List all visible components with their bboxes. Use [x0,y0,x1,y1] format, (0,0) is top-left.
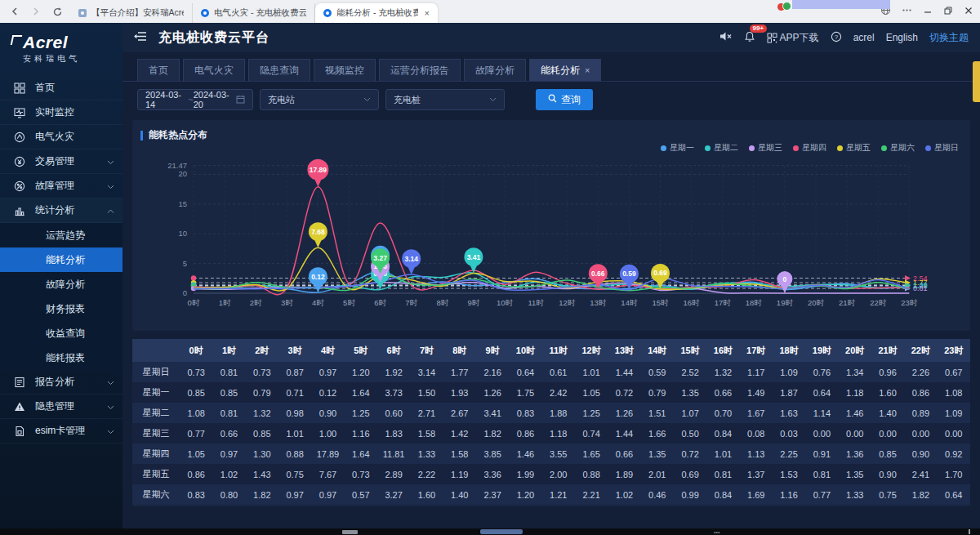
sidebar-item-8[interactable]: 故障分析 [0,272,122,296]
value-cell: 1.35 [674,382,706,403]
menu-collapse-icon[interactable] [134,30,147,45]
marker-星期五-4: 7.68 [309,222,327,247]
pile-select[interactable]: 充电桩 [385,89,505,110]
browser-tab-1[interactable]: 电气火灾 - 充电桩收费云平台 [193,3,315,23]
legend-item-5[interactable]: 星期六 [881,142,915,154]
value-cell: 1.02 [212,464,245,484]
page-tab-2[interactable]: 隐患查询 [248,59,310,81]
sidebar-item-5[interactable]: 统计分析 [0,198,122,223]
legend-item-2[interactable]: 星期三 [749,142,782,154]
value-cell: 0.72 [674,444,706,464]
legend-item-4[interactable]: 星期五 [837,142,871,154]
svg-text:0.81: 0.81 [913,284,928,292]
tab-favicon-icon [201,9,209,17]
page-tab-label: 视频监控 [325,64,364,78]
value-cell: 1.42 [443,423,476,444]
back-icon[interactable] [7,3,23,20]
chevron-down-icon [489,96,497,104]
value-cell: 0.77 [805,484,838,505]
sidebar-item-10[interactable]: 收益查询 [0,321,122,346]
browser-menu-icon[interactable] [902,4,912,19]
page-tab-5[interactable]: 故障分析 [464,59,526,81]
svg-text:10时: 10时 [497,298,514,307]
value-cell: 1.16 [345,423,377,444]
page-tab-label: 能耗分析 [541,64,580,78]
page-tab-6[interactable]: 能耗分析× [529,59,601,81]
sidebar-item-2[interactable]: 电气火灾 [0,125,122,149]
refresh-icon[interactable] [49,3,65,20]
notification-badge: 99+ [750,25,768,33]
svg-text:15时: 15时 [652,298,669,307]
notifications-bell-icon[interactable]: 99+ [744,31,755,45]
station-select-value: 充电站 [268,94,295,106]
restore-icon[interactable] [943,4,953,19]
side-widget-tab[interactable] [973,61,980,102]
sidebar-item-3[interactable]: 交易管理 [0,149,122,174]
legend-item-0[interactable]: 星期一 [661,142,694,154]
chevron-down-icon [107,401,114,412]
taskbar-button[interactable] [342,530,358,534]
value-cell: 0.83 [180,484,212,505]
sidebar-item-4[interactable]: 故障管理 [0,174,122,198]
date-range-picker[interactable]: 2024-03-14 ~ 2024-03-20 [137,89,253,110]
theme-switch[interactable]: 切换主题 [929,31,969,45]
value-cell: 1.09 [938,403,970,423]
value-cell: 0.97 [311,362,344,382]
sidebar-item-11[interactable]: 能耗报表 [0,346,122,370]
value-cell: 0.70 [706,403,739,423]
value-cell: 1.07 [674,403,706,423]
station-select[interactable]: 充电站 [260,89,379,110]
sidebar-item-1[interactable]: 实时监控 [0,100,122,125]
page-tab-4[interactable]: 运营分析报告 [379,59,461,81]
value-cell: 1.08 [938,382,970,403]
browser-tab-0[interactable]: 【平台介绍】安科瑞AcrelCloud- [70,3,193,23]
help-icon[interactable]: ? [831,31,842,45]
app-download[interactable]: APP下载 [767,31,819,45]
value-cell: 2.26 [904,362,937,382]
page-tab-3[interactable]: 视频监控 [314,59,376,81]
sidebar-menu: 首页实时监控电气火灾交易管理故障管理统计分析运营趋势能耗分析故障分析财务报表收益… [0,76,122,444]
column-header: 3时 [278,339,311,362]
taskbar-button-active[interactable] [480,529,523,534]
value-cell: 0.46 [641,484,674,505]
sidebar-item-0[interactable]: 首页 [0,76,122,100]
legend-item-6[interactable]: 星期日 [925,142,959,154]
tab-close-icon[interactable]: × [425,8,430,18]
username[interactable]: acrel [853,32,875,43]
value-cell: 1.46 [509,444,541,464]
value-cell: 0.85 [871,444,904,464]
legend-dot [661,145,666,151]
forward-icon[interactable] [28,3,44,20]
value-cell: 0.84 [706,423,739,444]
sidebar-item-12[interactable]: 报告分析 [0,370,122,395]
tab-close-icon[interactable]: × [585,65,590,75]
browser-profile-avatar[interactable] [777,2,791,12]
value-cell: 3.41 [476,403,509,423]
page-tab-1[interactable]: 电气火灾 [183,59,245,81]
mute-icon[interactable] [719,31,733,44]
language-switch[interactable]: English [886,32,918,43]
value-cell: 1.77 [443,362,476,382]
home-icon [13,82,25,94]
value-cell: 1.09 [773,362,805,382]
sidebar-item-13[interactable]: 隐患管理 [0,395,122,419]
value-cell: 0.08 [740,423,773,444]
legend-item-3[interactable]: 星期四 [793,142,826,154]
value-cell: 1.46 [839,403,871,423]
browser-tab-2[interactable]: 能耗分析 - 充电桩收费云平台× [315,3,438,23]
value-cell: 3.55 [542,444,575,464]
value-cell: 1.58 [443,444,476,464]
sidebar-item-14[interactable]: esim卡管理 [0,419,122,444]
search-button[interactable]: 查询 [536,89,593,110]
page-title: 充电桩收费云平台 [158,29,270,47]
minimize-icon[interactable] [923,4,933,19]
sidebar-item-6[interactable]: 运营趋势 [0,223,122,247]
page-tab-0[interactable]: 首页 [137,59,180,81]
legend-item-1[interactable]: 星期二 [705,142,738,154]
sidebar-item-9[interactable]: 财务报表 [0,296,122,321]
sidebar-item-7[interactable]: 能耗分析 [0,247,122,272]
brand-name: Acrel [23,33,122,52]
value-cell: 0.97 [278,484,311,505]
value-cell: 1.44 [608,423,640,444]
close-window-icon[interactable] [964,4,973,19]
